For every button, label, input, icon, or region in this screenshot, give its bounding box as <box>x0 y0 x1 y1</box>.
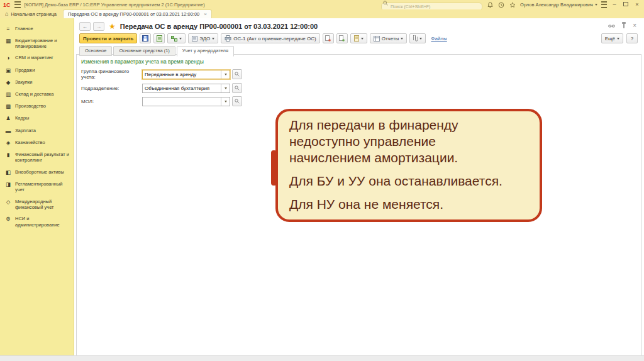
financial-result-icon: ▮ <box>5 152 11 158</box>
document-structure-button[interactable] <box>350 33 367 43</box>
sidebar-item-treasury[interactable]: ◈Казначейство <box>0 136 74 148</box>
notifications-bell-icon[interactable] <box>486 1 494 9</box>
1c-logo: 1С <box>3 2 11 8</box>
financial-group-dropdown-button[interactable] <box>221 70 230 79</box>
sidebar-item-production[interactable]: ▩Производство <box>0 101 74 113</box>
close-tab-icon[interactable]: × <box>204 12 207 17</box>
minimize-button[interactable]: – <box>611 2 618 8</box>
crm-icon: ◑ <box>5 55 11 61</box>
post-and-close-button[interactable]: Провести и закрыть <box>79 33 137 43</box>
form-tabs: Основное Основные средства (1) Учет у ар… <box>79 46 234 56</box>
restore-button[interactable] <box>622 2 630 8</box>
sidebar-item-nsi-admin[interactable]: ⚙НСИ и администрирование <box>0 213 74 231</box>
financial-group-input[interactable]: Переданные в аренду <box>143 70 221 79</box>
production-icon: ▩ <box>5 103 11 109</box>
callout-paragraph-2: Для БУ и УУ она останавливается. <box>289 173 528 189</box>
main-menu-icon[interactable] <box>14 1 21 8</box>
payroll-icon: ▬ <box>5 128 11 134</box>
department-input[interactable]: Объединенная бухгалтерия <box>143 84 221 92</box>
sidebar-item-warehouse[interactable]: ▥Склад и доставка <box>0 89 74 101</box>
sidebar-item-financial-result[interactable]: ▮Финансовый результат и контроллинг <box>0 148 74 166</box>
callout-pointer <box>271 150 277 186</box>
favorites-star-icon[interactable] <box>509 1 516 9</box>
mol-input[interactable] <box>143 97 221 106</box>
save-button[interactable] <box>140 33 151 43</box>
close-window-button[interactable]: × <box>633 2 641 8</box>
financial-group-field-group: Переданные в аренду <box>142 70 230 79</box>
sidebar-item-hr[interactable]: ♟Кадры <box>0 113 74 125</box>
callout-paragraph-1: Для передачи в финаренду недоступно упра… <box>289 117 528 166</box>
history-clock-icon[interactable] <box>497 1 505 9</box>
document-header-icons: × <box>608 23 636 29</box>
post-button[interactable] <box>153 33 165 43</box>
document-header: ← → ★ Передача ОС в аренду ПР00-000001 о… <box>79 22 318 31</box>
financial-group-label: Группа финансового учета: <box>81 69 142 80</box>
home-page-tab[interactable]: ⌂ Начальная страница <box>4 11 63 18</box>
current-user-name: Орлов Александр Владимирович <box>520 2 593 8</box>
chevron-down-icon <box>401 38 403 40</box>
document-structure-icon <box>354 35 359 42</box>
sidebar-item-regulated-accounting[interactable]: ◨Регламентированный учет <box>0 178 74 196</box>
create-based-on-button[interactable] <box>336 33 348 43</box>
current-user-menu[interactable]: Орлов Александр Владимирович <box>520 2 597 8</box>
warehouse-icon: ▥ <box>5 91 11 97</box>
restore-icon <box>623 2 628 6</box>
edo-icon <box>192 36 197 42</box>
document-title: Передача ОС в аренду ПР00-000001 от 03.0… <box>120 23 318 30</box>
pin-icon[interactable] <box>623 23 625 28</box>
tab-lessor-accounting[interactable]: Учет у арендодателя <box>177 46 234 57</box>
sidebar-item-crm[interactable]: ◑CRM и маркетинг <box>0 52 74 64</box>
related-documents-button[interactable] <box>323 33 334 43</box>
close-document-icon[interactable]: × <box>633 23 636 29</box>
mol-label: МОЛ: <box>81 99 142 104</box>
tab-fixed-assets[interactable]: Основные средства (1) <box>113 46 175 56</box>
sidebar-item-sales[interactable]: ▣Продажи <box>0 64 74 76</box>
reports-button[interactable]: Отчеты <box>370 33 408 43</box>
attachments-button[interactable] <box>409 33 426 43</box>
sidebar-item-ifrs[interactable]: ◇Международный финансовый учет <box>0 196 74 213</box>
home-tab-label: Начальная страница <box>11 11 57 17</box>
annotation-callout: Для передачи в финаренду недоступно упра… <box>275 109 542 222</box>
back-button[interactable]: ← <box>79 22 91 31</box>
postings-dtkt-button[interactable] <box>167 33 186 43</box>
department-label: Подразделение: <box>81 86 142 91</box>
search-icon <box>383 1 388 6</box>
chevron-down-icon <box>225 87 227 89</box>
system-menu-icon[interactable] <box>601 1 607 8</box>
paperclip-icon <box>413 35 418 42</box>
chevron-down-icon <box>212 38 214 40</box>
edo-button[interactable]: ЭДО <box>188 33 218 43</box>
favorite-star-icon[interactable]: ★ <box>109 23 116 30</box>
floppy-icon <box>142 35 148 42</box>
field-row-department: Подразделение: Объединенная бухгалтерия <box>81 83 641 93</box>
sidebar-item-budgeting[interactable]: ▦Бюджетирование и планирование <box>0 35 74 52</box>
sidebar-item-main[interactable]: ≡Главное <box>0 23 74 35</box>
open-windows-bar: ⌂ Начальная страница Передача ОС в аренд… <box>0 9 644 18</box>
help-button[interactable]: ? <box>626 33 638 43</box>
mol-dropdown-button[interactable] <box>221 97 230 106</box>
chevron-down-icon <box>419 38 422 40</box>
printer-icon <box>225 35 231 42</box>
bottom-strip <box>0 355 644 361</box>
document-window-tab[interactable]: Передача ОС в аренду ПР00-000001 от 03.0… <box>63 9 212 18</box>
hr-icon: ♟ <box>5 115 11 121</box>
document-tab-label: Передача ОС в аренду ПР00-000001 от 03.0… <box>68 11 199 17</box>
chevron-down-icon <box>225 101 227 103</box>
noncurrent-assets-icon: ◧ <box>5 169 11 175</box>
print-os1-button[interactable]: ОС-1 (Акт о приемке-передаче ОС) <box>221 33 319 43</box>
tab-main[interactable]: Основное <box>79 46 112 56</box>
department-dropdown-button[interactable] <box>221 84 230 92</box>
sidebar-item-payroll[interactable]: ▬Зарплата <box>0 125 74 136</box>
toolbar-right: Ещё ? <box>601 33 638 43</box>
section-title: Изменения в параметрах учета на время ар… <box>77 55 641 69</box>
link-icon[interactable] <box>608 23 615 29</box>
print-os1-label: ОС-1 (Акт о приемке-передаче ОС) <box>233 36 316 42</box>
sidebar-item-noncurrent-assets[interactable]: ◧Внеоборотные активы <box>0 166 74 178</box>
forward-button[interactable]: → <box>93 22 104 31</box>
mol-open-button[interactable] <box>232 96 242 106</box>
financial-group-open-button[interactable] <box>232 69 242 79</box>
sidebar-item-purchases[interactable]: ◆Закупки <box>0 76 74 88</box>
more-button[interactable]: Ещё <box>601 33 623 43</box>
files-link[interactable]: Файлы <box>431 36 447 42</box>
department-open-button[interactable] <box>232 83 242 93</box>
